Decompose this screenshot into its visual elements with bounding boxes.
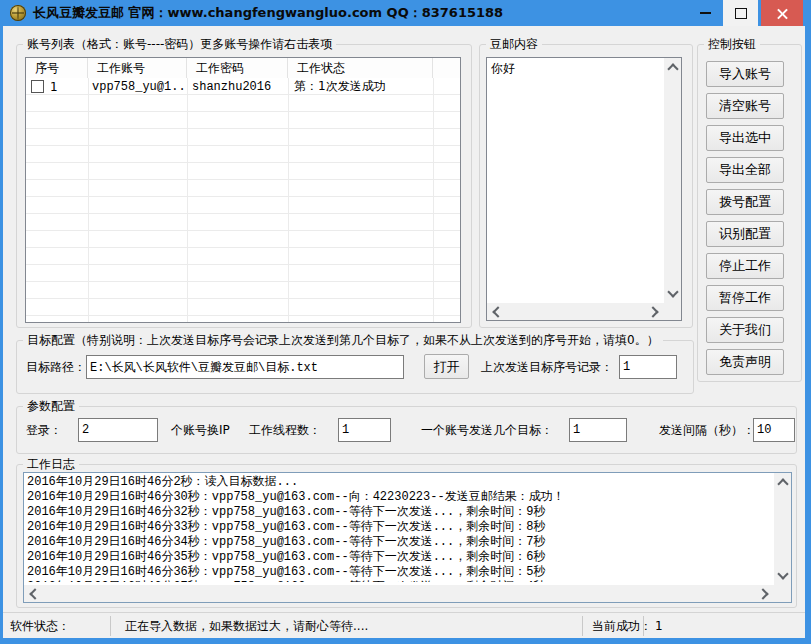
control-buttons-group: 控制按钮 导入账号 清空账号 导出选中 导出全部 拨号配置 识别配置 停止工作 … <box>697 44 802 382</box>
targets-per-account-label: 一个账号发送几个目标： <box>421 418 553 442</box>
account-list-group-label: 账号列表（格式：账号----密码）更多账号操作请右击表项 <box>23 37 336 52</box>
column-header-status[interactable]: 工作状态 <box>288 58 433 78</box>
row-index-cell: 1 <box>26 80 88 94</box>
scroll-left-icon[interactable] <box>492 306 503 317</box>
mail-content-text[interactable]: 你好 <box>491 60 661 300</box>
close-button[interactable] <box>761 0 803 26</box>
scroll-up-icon[interactable] <box>667 63 678 74</box>
send-interval-label: 发送间隔（秒）： <box>659 418 755 442</box>
scroll-left-icon[interactable] <box>29 588 40 599</box>
log-line: 2016年10月29日16时46分2秒：读入目标数据... <box>27 475 771 490</box>
row-index: 1 <box>50 80 58 94</box>
table-row[interactable]: 1 vpp758_yu@1... shanzhu2016 第：1次发送成功 <box>26 78 460 95</box>
app-window: 长风豆瓣发豆邮 官网：www.changfengwangluo.com QQ：8… <box>0 0 811 644</box>
scroll-down-icon[interactable] <box>777 568 788 579</box>
last-index-label: 上次发送目标序号记录： <box>481 355 613 379</box>
maximize-icon <box>735 8 747 19</box>
log-line: 2016年10月29日16时46分30秒：vpp758_yu@163.com--… <box>27 490 771 505</box>
success-count-value: 1 <box>655 613 663 639</box>
target-config-group-label: 目标配置（特别说明：上次发送目标序号会记录上次发送到第几个目标了，如果不从上次发… <box>23 333 663 348</box>
row-account: vpp758_yu@1... <box>88 80 187 94</box>
login-count-input[interactable] <box>78 418 158 442</box>
disclaimer-button[interactable]: 免责声明 <box>706 349 784 375</box>
ip-switch-label: 个账号换IP <box>171 418 230 442</box>
log-line: 2016年10月29日16时46分37秒：vpp758_yu@163.com--… <box>27 580 771 582</box>
column-header-account[interactable]: 工作账号 <box>88 58 187 78</box>
captcha-config-button[interactable]: 识别配置 <box>706 221 784 247</box>
work-log-textbox[interactable]: 2016年10月29日16时46分2秒：读入目标数据... 2016年10月29… <box>23 472 792 603</box>
titlebar: 长风豆瓣发豆邮 官网：www.changfengwangluo.com QQ：8… <box>0 0 811 26</box>
column-header-index[interactable]: 序号 <box>26 58 88 78</box>
status-bar: 软件状态： 正在导入数据，如果数据过大，请耐心等待.... 当前成功： 1 <box>3 612 805 638</box>
scroll-right-icon[interactable] <box>647 306 658 317</box>
scrollbar-corner <box>664 303 681 320</box>
threads-label: 工作线程数： <box>249 418 321 442</box>
status-separator <box>643 616 644 636</box>
export-all-button[interactable]: 导出全部 <box>706 157 784 183</box>
log-line: 2016年10月29日16时46分35秒：vpp758_yu@163.com--… <box>27 550 771 565</box>
clear-accounts-button[interactable]: 清空账号 <box>706 93 784 119</box>
target-path-label: 目标路径： <box>26 355 86 379</box>
login-label: 登录： <box>26 418 62 442</box>
minimize-icon <box>700 12 711 14</box>
dial-config-button[interactable]: 拨号配置 <box>706 189 784 215</box>
app-icon <box>10 5 26 21</box>
mail-content-group: 豆邮内容 你好 <box>479 44 693 328</box>
window-title: 长风豆瓣发豆邮 官网：www.changfengwangluo.com QQ：8… <box>33 0 503 26</box>
scroll-up-icon[interactable] <box>777 478 788 489</box>
column-header-spacer <box>433 58 460 78</box>
work-log-text[interactable]: 2016年10月29日16时46分2秒：读入目标数据... 2016年10月29… <box>27 475 771 582</box>
scroll-right-icon[interactable] <box>757 588 768 599</box>
row-status: 第：1次发送成功 <box>288 78 433 95</box>
column-header-password[interactable]: 工作密码 <box>187 58 288 78</box>
account-list-body: 1 vpp758_yu@1... shanzhu2016 第：1次发送成功 <box>26 78 460 322</box>
account-listview[interactable]: 序号 工作账号 工作密码 工作状态 1 vpp758_yu@1... shanz… <box>25 57 461 323</box>
maximize-button[interactable] <box>723 0 758 26</box>
mail-content-textbox[interactable]: 你好 <box>486 57 682 321</box>
minimize-button[interactable] <box>690 0 720 26</box>
target-path-input[interactable] <box>86 355 404 379</box>
import-accounts-button[interactable]: 导入账号 <box>706 61 784 87</box>
mail-vertical-scrollbar[interactable] <box>664 58 681 303</box>
scroll-down-icon[interactable] <box>667 286 678 297</box>
mail-horizontal-scrollbar[interactable] <box>487 303 664 320</box>
account-list-group: 账号列表（格式：账号----密码）更多账号操作请右击表项 序号 工作账号 工作密… <box>16 44 472 328</box>
log-horizontal-scrollbar[interactable] <box>24 585 774 602</box>
log-line: 2016年10月29日16时46分34秒：vpp758_yu@163.com--… <box>27 535 771 550</box>
about-us-button[interactable]: 关于我们 <box>706 317 784 343</box>
status-separator <box>582 616 583 636</box>
account-list-header: 序号 工作账号 工作密码 工作状态 <box>26 58 460 79</box>
target-config-group: 目标配置（特别说明：上次发送目标序号会记录上次发送到第几个目标了，如果不从上次发… <box>16 340 694 394</box>
scrollbar-corner <box>774 585 791 602</box>
log-vertical-scrollbar[interactable] <box>774 473 791 585</box>
mail-content-group-label: 豆邮内容 <box>486 37 542 52</box>
targets-per-account-input[interactable] <box>569 418 627 442</box>
param-config-group: 参数配置 登录： 个账号换IP 工作线程数： 一个账号发送几个目标： 发送间隔（… <box>16 406 797 454</box>
pause-work-button[interactable]: 暂停工作 <box>706 285 784 311</box>
open-file-button[interactable]: 打开 <box>424 354 469 379</box>
last-index-input[interactable] <box>619 355 677 379</box>
row-checkbox[interactable] <box>31 80 44 93</box>
status-state-label: 软件状态： <box>10 613 70 639</box>
param-config-group-label: 参数配置 <box>23 399 79 414</box>
control-buttons-group-label: 控制按钮 <box>704 37 760 52</box>
status-separator <box>110 616 111 636</box>
row-password: shanzhu2016 <box>187 80 288 94</box>
status-message: 正在导入数据，如果数据过大，请耐心等待.... <box>125 613 368 639</box>
send-interval-input[interactable] <box>753 418 795 442</box>
export-selected-button[interactable]: 导出选中 <box>706 125 784 151</box>
stop-work-button[interactable]: 停止工作 <box>706 253 784 279</box>
log-line: 2016年10月29日16时46分36秒：vpp758_yu@163.com--… <box>27 565 771 580</box>
close-icon <box>776 7 789 20</box>
work-log-group-label: 工作日志 <box>23 457 79 472</box>
work-log-group: 工作日志 2016年10月29日16时46分2秒：读入目标数据... 2016年… <box>16 464 797 608</box>
log-line: 2016年10月29日16时46分32秒：vpp758_yu@163.com--… <box>27 505 771 520</box>
threads-input[interactable] <box>338 418 391 442</box>
log-line: 2016年10月29日16时46分33秒：vpp758_yu@163.com--… <box>27 520 771 535</box>
